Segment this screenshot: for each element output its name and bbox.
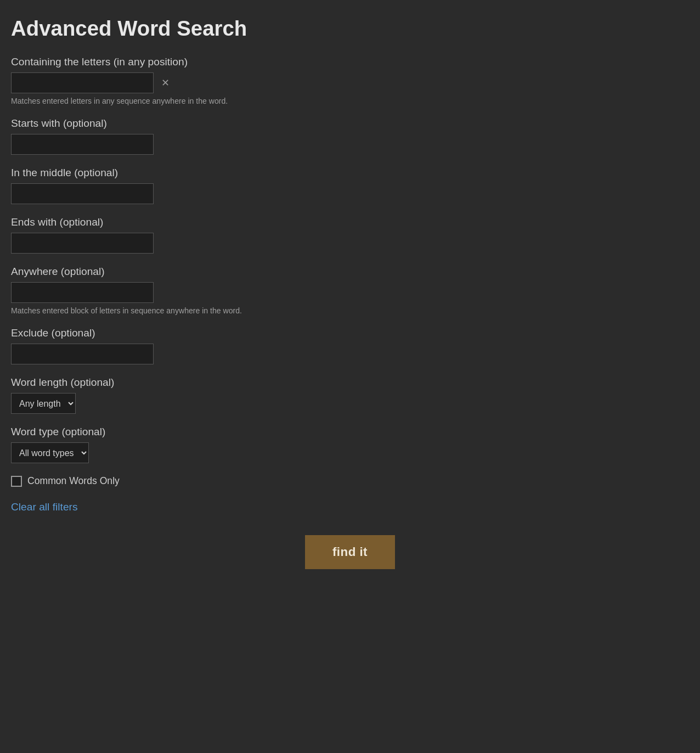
containing-field-group: Containing the letters (in any position)… — [11, 56, 689, 105]
exclude-field-group: Exclude (optional) — [11, 327, 689, 364]
containing-hint: Matches entered letters in any sequence … — [11, 97, 689, 105]
page-title: Advanced Word Search — [11, 16, 689, 41]
starts-with-field-group: Starts with (optional) — [11, 117, 689, 155]
word-length-field-group: Word length (optional) Any length 2 3 4 … — [11, 376, 689, 414]
find-it-button[interactable]: find it — [305, 535, 395, 569]
common-words-checkbox[interactable] — [11, 476, 22, 487]
anywhere-label: Anywhere (optional) — [11, 266, 689, 278]
common-words-row: Common Words Only — [11, 475, 689, 487]
word-type-label: Word type (optional) — [11, 426, 689, 438]
anywhere-field-group: Anywhere (optional) Matches entered bloc… — [11, 266, 689, 315]
containing-label: Containing the letters (in any position) — [11, 56, 689, 68]
exclude-input[interactable] — [11, 344, 154, 364]
common-words-label: Common Words Only — [27, 475, 120, 487]
in-the-middle-field-group: In the middle (optional) — [11, 167, 689, 204]
in-the-middle-input[interactable] — [11, 183, 154, 204]
in-the-middle-label: In the middle (optional) — [11, 167, 689, 179]
ends-with-input[interactable] — [11, 233, 154, 254]
anywhere-input[interactable] — [11, 282, 154, 303]
containing-clear-button[interactable]: ✕ — [158, 76, 173, 90]
word-length-label: Word length (optional) — [11, 376, 689, 389]
ends-with-field-group: Ends with (optional) — [11, 216, 689, 254]
starts-with-input[interactable] — [11, 134, 154, 155]
exclude-label: Exclude (optional) — [11, 327, 689, 339]
starts-with-label: Starts with (optional) — [11, 117, 689, 130]
word-type-select[interactable]: All word types Nouns Verbs Adjectives Ad… — [11, 442, 89, 463]
clear-filters-link[interactable]: Clear all filters — [11, 501, 78, 513]
word-type-field-group: Word type (optional) All word types Noun… — [11, 426, 689, 463]
anywhere-hint: Matches entered block of letters in sequ… — [11, 306, 689, 315]
containing-input[interactable] — [11, 72, 154, 93]
word-length-select[interactable]: Any length 2 3 4 5 6 7 8 9 10 11 12 13 1… — [11, 393, 76, 414]
ends-with-label: Ends with (optional) — [11, 216, 689, 228]
containing-input-row: ✕ — [11, 72, 689, 93]
